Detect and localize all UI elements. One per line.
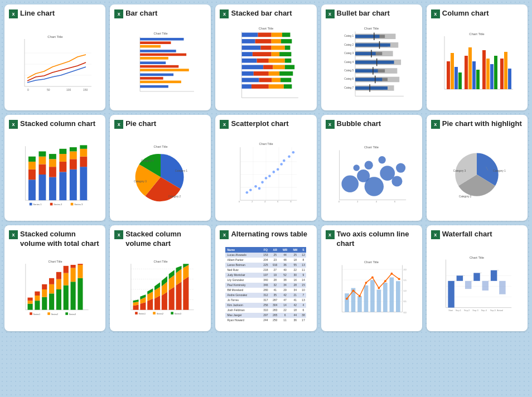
column-chart-area: Chart Title — [431, 22, 523, 106]
svg-rect-36 — [281, 39, 292, 43]
scv-total-chart-card[interactable]: x Stacked column volume with total chart… — [4, 225, 105, 331]
svg-point-174 — [268, 175, 271, 177]
svg-rect-110 — [465, 56, 468, 89]
column-chart-title: x Column chart — [431, 9, 523, 18]
svg-text:Categ 6: Categ 6 — [344, 78, 354, 80]
svg-text:Chart Title: Chart Title — [153, 32, 167, 35]
svg-rect-64 — [284, 84, 292, 89]
svg-text:Category 3: Category 3 — [453, 170, 466, 172]
svg-rect-230 — [78, 278, 83, 310]
stacked-column-chart-card[interactable]: x Stacked column chart — [4, 115, 105, 221]
svg-point-277 — [398, 278, 400, 280]
svg-text:4: 4 — [376, 201, 378, 203]
svg-rect-217 — [42, 284, 47, 289]
svg-text:Category 2: Category 2 — [168, 195, 181, 198]
svg-text:4: 4 — [264, 200, 265, 202]
svg-text:Chart Title: Chart Title — [47, 35, 63, 38]
svg-rect-141 — [69, 151, 76, 159]
bubble-chart-card[interactable]: x Bubble chart Chart Title 0 2 — [321, 115, 422, 221]
svg-rect-59 — [272, 78, 280, 82]
scv-total-chart-title: x Stacked column volume with total chart — [9, 230, 101, 249]
svg-rect-268 — [396, 281, 400, 312]
two-axis-chart-card[interactable]: x Two axis column line chart Chart Title — [321, 225, 422, 331]
svg-text:100: 100 — [66, 88, 71, 91]
svg-text:Sep-2: Sep-2 — [464, 309, 470, 312]
scatterplot-chart-title: x Scatterplot chart — [220, 119, 312, 129]
svg-rect-225 — [63, 273, 68, 285]
pie-highlight-chart-area: Category 1 Category 2 Category 3 — [431, 132, 523, 216]
svg-rect-231 — [78, 265, 83, 278]
svg-rect-38 — [260, 45, 271, 50]
svg-rect-116 — [490, 64, 494, 89]
svg-rect-209 — [27, 304, 32, 310]
svg-text:Chart Title: Chart Title — [470, 255, 484, 259]
svg-rect-142 — [69, 147, 76, 151]
svg-rect-30 — [258, 32, 272, 37]
svg-text:Sep-3: Sep-3 — [473, 309, 478, 312]
svg-point-197 — [396, 163, 405, 172]
svg-point-168 — [246, 191, 249, 194]
svg-rect-43 — [272, 52, 279, 56]
svg-point-275 — [384, 280, 386, 282]
svg-text:2: 2 — [357, 201, 358, 203]
svg-rect-134 — [49, 154, 56, 159]
pie-highlight-chart-card[interactable]: x Pie chart with highlight Category 1 Ca… — [427, 115, 528, 221]
svg-rect-33 — [242, 39, 255, 43]
svg-rect-34 — [255, 39, 272, 43]
pie-chart-card[interactable]: x Pie chart Chart Title Category 1 Categ… — [110, 115, 211, 221]
pie-highlight-chart-title: x Pie chart with highlight — [431, 119, 523, 129]
chart-grid: x Line chart Chart Title 0 50 — [4, 4, 528, 331]
svg-rect-123 — [28, 180, 36, 200]
svg-rect-291 — [465, 280, 471, 288]
stacked-bar-chart-card[interactable]: x Stacked bar chart Chart Title — [215, 4, 316, 110]
svg-rect-232 — [78, 264, 83, 265]
svg-rect-109 — [458, 72, 462, 89]
svg-rect-129 — [38, 156, 46, 164]
svg-rect-52 — [285, 65, 294, 69]
svg-rect-228 — [70, 268, 75, 282]
svg-text:Chart Title: Chart Title — [470, 32, 485, 36]
scv-chart-card[interactable]: x Stacked column volume chart Chart Titl… — [110, 225, 211, 331]
svg-rect-53 — [242, 71, 254, 76]
svg-rect-151 — [70, 202, 73, 205]
scatterplot-chart-card[interactable]: x Scatterplot chart Chart Title — [215, 115, 316, 221]
svg-rect-45 — [242, 58, 257, 62]
svg-rect-60 — [280, 78, 291, 82]
waterfall-chart-card[interactable]: x Waterfall chart Chart Title — [427, 225, 528, 331]
svg-text:2.0: 2.0 — [404, 269, 407, 271]
excel-icon-4: x — [326, 9, 335, 18]
svg-point-272 — [365, 282, 367, 284]
svg-rect-222 — [56, 279, 61, 289]
svg-rect-41 — [242, 52, 253, 56]
excel-icon-9: x — [326, 120, 335, 129]
svg-text:Categ 2: Categ 2 — [344, 43, 354, 46]
svg-point-193 — [392, 176, 403, 186]
alternating-rows-table-card[interactable]: x Alternating rows table Name FQ AR WR N… — [215, 225, 316, 331]
excel-icon-3: x — [220, 9, 229, 18]
svg-point-169 — [249, 188, 252, 191]
svg-rect-227 — [70, 282, 75, 309]
line-chart-card[interactable]: x Line chart Chart Title 0 50 — [4, 4, 105, 110]
alternating-rows-table-area: Name FQ AR WR NM S Lucas Alvarado1532544… — [220, 243, 312, 327]
svg-rect-218 — [49, 293, 54, 309]
svg-rect-58 — [259, 78, 272, 82]
svg-rect-143 — [80, 167, 87, 200]
svg-rect-81 — [355, 52, 376, 55]
svg-rect-39 — [272, 45, 285, 50]
svg-text:0: 0 — [27, 88, 29, 91]
svg-rect-106 — [447, 61, 450, 89]
svg-text:Chart Title: Chart Title — [48, 260, 62, 263]
bullet-bar-chart-card[interactable]: x Bullet bar chart Chart Title Categ 1 C… — [321, 4, 422, 110]
pie-chart-area: Chart Title Category 1 Category 2 Catego… — [114, 132, 206, 216]
svg-text:Series 3: Series 3 — [74, 203, 83, 206]
bar-chart-card[interactable]: x Bar chart Chart Title — [110, 4, 211, 110]
svg-rect-71 — [355, 35, 379, 38]
svg-rect-145 — [80, 148, 87, 156]
svg-point-270 — [352, 289, 355, 292]
svg-text:Category 2: Category 2 — [459, 195, 472, 198]
svg-rect-46 — [257, 58, 269, 62]
svg-rect-107 — [451, 53, 454, 89]
svg-text:Series3: Series3 — [175, 313, 181, 315]
column-chart-card[interactable]: x Column chart Chart Title — [427, 4, 528, 110]
svg-text:50: 50 — [47, 88, 50, 91]
